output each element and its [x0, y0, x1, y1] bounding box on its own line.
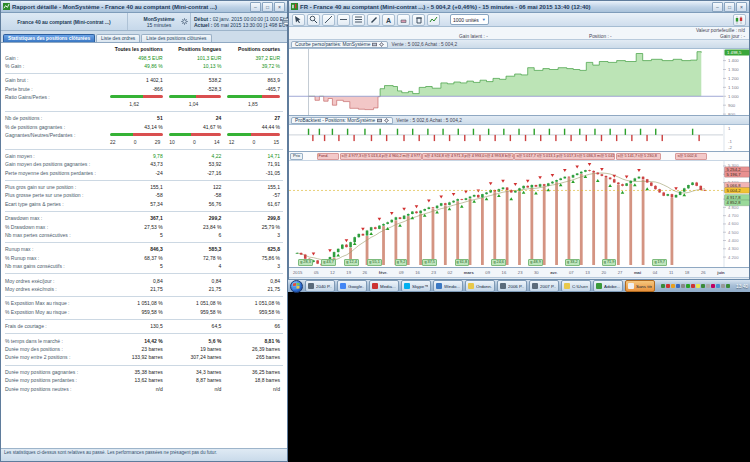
cursor-icon[interactable]	[292, 14, 305, 26]
row-label: % de positions gagnantes :	[3, 124, 109, 130]
close-icon[interactable]: ×	[274, 2, 285, 12]
taskbar-item[interactable]: Adobe...	[593, 280, 623, 292]
cell-value: -57	[226, 192, 285, 198]
cell-value: 43,14 %	[109, 124, 168, 130]
pencil-icon[interactable]	[367, 14, 380, 26]
x-axis-tick: 20	[601, 270, 606, 275]
indicator-icon[interactable]	[427, 14, 440, 26]
gain-latent: Gain latent : -	[459, 34, 488, 39]
tray-icon[interactable]	[671, 284, 675, 288]
cell-value: 1 051,08 %	[109, 300, 168, 306]
taskbar-item[interactable]: 2007 P...	[529, 280, 559, 292]
app-icon	[628, 283, 634, 289]
trendline-icon[interactable]	[322, 14, 335, 26]
close-icon[interactable]: ×	[736, 2, 747, 12]
row-separator	[3, 208, 285, 214]
maximize-icon[interactable]: □	[724, 2, 735, 12]
price-panel-label[interactable]: Prix	[290, 153, 303, 160]
taskbar-item[interactable]: 2040 P...	[305, 280, 335, 292]
minimize-icon[interactable]: –	[250, 2, 261, 12]
minimize-icon[interactable]: –	[712, 2, 723, 12]
svg-text:4 300: 4 300	[728, 246, 739, 251]
horizontal-line-icon[interactable]	[337, 14, 350, 26]
tray-icon[interactable]	[696, 284, 700, 288]
print-icon[interactable]	[372, 42, 377, 47]
table-row: Frais de courtage :130,564,566	[3, 322, 285, 330]
taskbar-item-label: C:\Users...	[572, 284, 588, 289]
tray-icon[interactable]	[726, 284, 730, 288]
eraser-icon[interactable]	[397, 14, 410, 26]
price-x-axis: 201505121926févr.09162302mars09162330avr…	[289, 268, 749, 278]
cell-value: 863,9	[226, 77, 285, 83]
gear-icon[interactable]	[379, 42, 384, 47]
price-chart-panel[interactable]: 5 3005 2005 1005 0004 9004 8004 7004 600…	[289, 161, 749, 268]
svg-text:4 500: 4 500	[728, 230, 739, 235]
tray-icon[interactable]	[681, 284, 685, 288]
cell-value: 8,87 barres	[168, 377, 227, 383]
tray-icon[interactable]	[721, 284, 725, 288]
taskbar-item[interactable]: Ordonn...	[465, 280, 495, 292]
cell-value: 23 barres	[109, 346, 168, 352]
positions-tab[interactable]: ProBacktest - Positions: MonSystème	[291, 117, 393, 124]
trade-gain-chip: g 19,7	[652, 259, 667, 266]
cell-value: 8,81 %	[226, 338, 285, 344]
x-axis-tick: 02	[448, 270, 453, 275]
cell-value: 585,3	[168, 246, 227, 252]
cell-value: 71,91	[226, 161, 285, 167]
fibonacci-icon[interactable]	[352, 14, 365, 26]
row-separator	[3, 362, 285, 368]
taskbar-item[interactable]: C:\Users...	[561, 280, 591, 292]
taskbar-item[interactable]: 2006 P...	[497, 280, 527, 292]
taskbar-item[interactable]: Skype™...	[401, 280, 431, 292]
equity-chart-panel[interactable]: 1 4001 3001 2001 1001 0009008001 498,5	[289, 49, 749, 116]
tab-statistiques[interactable]: Statistiques des positions clôturées	[3, 34, 95, 42]
tray-icon[interactable]	[686, 284, 690, 288]
taskbar-item[interactable]: Sans titre...	[625, 280, 655, 292]
row-separator	[3, 316, 285, 322]
row-label: % Gain :	[3, 63, 109, 69]
column-header: Toutes les positions	[109, 46, 168, 52]
tray-icon[interactable]	[676, 284, 680, 288]
gear-icon[interactable]	[384, 118, 389, 123]
cell-value: 25,79 %	[226, 224, 285, 230]
tray-icon[interactable]	[701, 284, 705, 288]
equity-tab[interactable]: Courbe perso/parités: MonSystème	[291, 41, 388, 48]
app-icon	[564, 283, 570, 289]
bar-value: 12015	[226, 139, 285, 145]
units-dropdown[interactable]: 1000 unités ▼	[450, 14, 489, 25]
maximize-icon[interactable]: □	[262, 2, 273, 12]
row-label: % temps dans le marché :	[3, 338, 109, 344]
win-loss-bar	[109, 133, 168, 136]
taskbar-item[interactable]: Windo...	[433, 280, 463, 292]
chart-titlebar[interactable]: FR - France 40 au comptant (Mini-contrat…	[289, 1, 749, 13]
report-titlebar[interactable]: Rapport détaillé - MonSystème - France 4…	[1, 1, 287, 13]
tab-liste-ordres[interactable]: Liste des ordres	[96, 34, 140, 42]
tray-icon[interactable]	[711, 284, 715, 288]
start-button[interactable]	[290, 280, 303, 293]
taskbar-clock[interactable]: 13:40	[736, 284, 748, 289]
zoom-icon[interactable]	[307, 14, 320, 26]
table-bar-values-row: 1,621,041,85	[3, 101, 285, 108]
trash-icon[interactable]	[412, 14, 425, 26]
cell-value: 23,84 %	[168, 224, 227, 230]
tray-icon[interactable]	[706, 284, 710, 288]
order-price-chip: s@ 5 002,6	[675, 153, 707, 160]
print-icon[interactable]	[377, 118, 382, 123]
win-loss-bar	[226, 133, 285, 136]
tab-liste-positions[interactable]: Liste des positions clôturées	[141, 34, 211, 42]
chart-type-button[interactable]	[733, 14, 746, 26]
taskbar-item[interactable]: Google...	[337, 280, 367, 292]
tray-icon[interactable]	[716, 284, 720, 288]
cell-value: 265 barres	[226, 354, 285, 360]
tray-icon[interactable]	[666, 284, 670, 288]
tray-icon[interactable]	[691, 284, 695, 288]
positions-chart-panel[interactable]: 1-1-2	[289, 125, 749, 152]
row-label: Gagnantes/Neutres/Perdantes :	[3, 132, 109, 138]
gear-icon[interactable]	[181, 18, 188, 25]
report-header: France 40 au comptant (Mini-contrat ...)…	[1, 13, 287, 31]
tray-icon[interactable]	[661, 284, 665, 288]
text-tool-icon[interactable]: A	[382, 14, 395, 26]
x-axis-tick: mars	[464, 270, 474, 275]
table-row: Nb de positions :512427	[3, 114, 285, 122]
taskbar-item[interactable]: Media...	[369, 280, 399, 292]
